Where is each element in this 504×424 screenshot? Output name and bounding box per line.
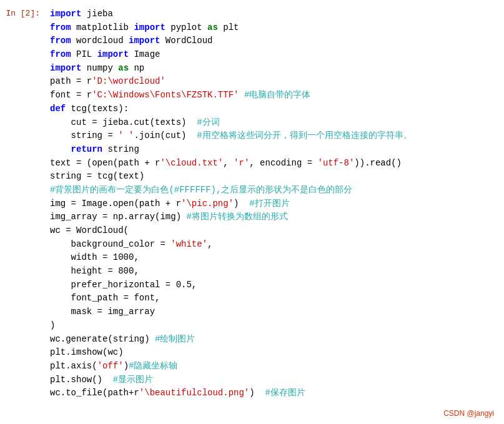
code-line: prefer_horizontal = 0.5, bbox=[50, 279, 499, 292]
code-line: return string bbox=[50, 143, 499, 157]
brand-label: CSDN @jangyi bbox=[443, 408, 494, 419]
code-line: text = (open(path + r'\cloud.txt', 'r', … bbox=[50, 157, 499, 170]
code-line: from matplotlib import pyplot as plt bbox=[50, 21, 499, 35]
code-line: plt.axis('off')#隐藏坐标轴 bbox=[50, 360, 499, 373]
notebook-cell: In [2]: import jiebafrom matplotlib impo… bbox=[0, 0, 504, 424]
code-line: def tcg(texts): bbox=[50, 102, 499, 116]
code-line: ) bbox=[50, 319, 499, 333]
code-line: #背景图片的画布一定要为白色(#FFFFFF),之后显示的形状为不是白色的部分 bbox=[50, 184, 499, 197]
code-line: width = 1000, bbox=[50, 251, 499, 265]
code-line: from wordcloud import WordCloud bbox=[50, 34, 499, 48]
code-line: wc.to_file(path+r'\beautifulcloud.png') … bbox=[50, 387, 499, 400]
code-line: font = r'C:\Windows\Fonts\FZSTK.TTF' #电脑… bbox=[50, 89, 499, 102]
code-line: plt.imshow(wc) bbox=[50, 346, 499, 360]
code-line: wc.generate(string) #绘制图片 bbox=[50, 333, 499, 347]
code-line: path = r'D:\wordcloud' bbox=[50, 75, 499, 89]
code-line: wc = WordCloud( bbox=[50, 224, 499, 238]
cell-content[interactable]: import jiebafrom matplotlib import pyplo… bbox=[45, 5, 504, 419]
code-line: img_array = np.array(img) #将图片转换为数组的形式 bbox=[50, 210, 499, 224]
code-line: img = Image.open(path + r'\pic.png') #打开… bbox=[50, 197, 499, 211]
code-line: font_path = font, bbox=[50, 292, 499, 305]
code-line: import numpy as np bbox=[50, 62, 499, 76]
code-line: from PIL import Image bbox=[50, 48, 499, 62]
code-line: cut = jieba.cut(texts) #分词 bbox=[50, 116, 499, 130]
code-line: height = 800, bbox=[50, 265, 499, 279]
cell-label: In [2]: bbox=[0, 5, 45, 419]
code-line: background_color = 'white', bbox=[50, 238, 499, 252]
code-line: string = ' '.join(cut) #用空格将这些词分开，得到一个用空… bbox=[50, 129, 499, 143]
code-line: mask = img_array bbox=[50, 305, 499, 319]
code-line: plt.show() #显示图片 bbox=[50, 373, 499, 387]
code-line: import jieba bbox=[50, 7, 499, 21]
code-line: string = tcg(text) bbox=[50, 170, 499, 184]
